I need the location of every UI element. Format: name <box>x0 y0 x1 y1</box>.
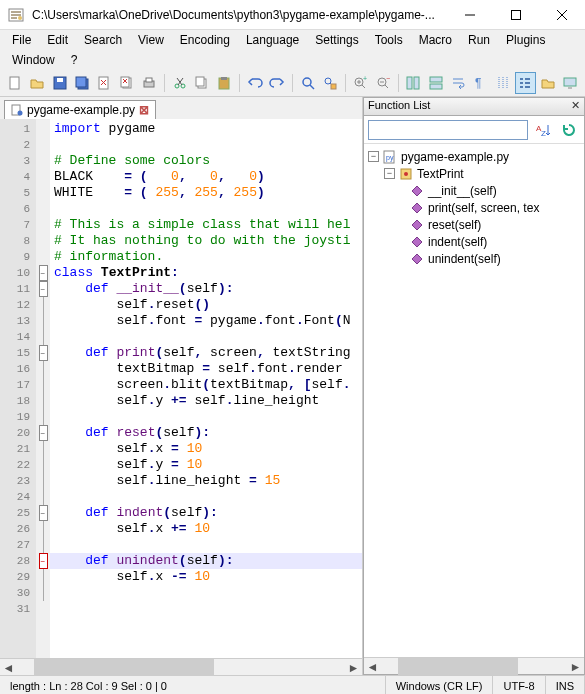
new-file-button[interactable] <box>4 72 25 94</box>
print-button[interactable] <box>139 72 160 94</box>
tab-close-icon[interactable]: ⊠ <box>139 103 149 117</box>
redo-button[interactable] <box>267 72 288 94</box>
menu-plugins[interactable]: Plugins <box>498 30 553 50</box>
save-all-button[interactable] <box>71 72 92 94</box>
menu-view[interactable]: View <box>130 30 172 50</box>
close-file-button[interactable] <box>94 72 115 94</box>
tree-file-row[interactable]: − py pygame-example.py <box>368 148 580 165</box>
menu-settings[interactable]: Settings <box>307 30 366 50</box>
menu-language[interactable]: Language <box>238 30 307 50</box>
fold-column[interactable]: −−−−−− <box>36 119 50 658</box>
save-button[interactable] <box>49 72 70 94</box>
sync-h-button[interactable] <box>425 72 446 94</box>
code-line[interactable]: def indent(self): <box>50 505 362 521</box>
tree-method-row[interactable]: indent(self) <box>368 233 580 250</box>
code-line[interactable] <box>50 137 362 153</box>
zoom-out-button[interactable]: − <box>372 72 393 94</box>
code-line[interactable]: import pygame <box>50 121 362 137</box>
open-file-button[interactable] <box>26 72 47 94</box>
code-line[interactable]: # It has nothing to do with the joysti <box>50 233 362 249</box>
hscroll-track[interactable] <box>17 659 345 675</box>
close-button[interactable] <box>539 0 585 30</box>
code-line[interactable]: self.font = pygame.font.Font(N <box>50 313 362 329</box>
code-line[interactable]: self.x += 10 <box>50 521 362 537</box>
menu-encoding[interactable]: Encoding <box>172 30 238 50</box>
tree-method-row[interactable]: __init__(self) <box>368 182 580 199</box>
undo-button[interactable] <box>244 72 265 94</box>
paste-button[interactable] <box>214 72 235 94</box>
code-line[interactable]: class TextPrint: <box>50 265 362 281</box>
scroll-left-button[interactable]: ◄ <box>364 658 381 675</box>
scroll-right-button[interactable]: ► <box>567 658 584 675</box>
monitor-button[interactable] <box>560 72 581 94</box>
file-tab[interactable]: pygame-example.py ⊠ <box>4 100 156 119</box>
hscroll-thumb[interactable] <box>34 659 214 676</box>
code-line[interactable] <box>50 489 362 505</box>
menu-tools[interactable]: Tools <box>367 30 411 50</box>
zoom-in-button[interactable]: + <box>350 72 371 94</box>
code-line[interactable]: WHITE = ( 255, 255, 255) <box>50 185 362 201</box>
code-line[interactable]: def print(self, screen, textString <box>50 345 362 361</box>
editor-hscroll[interactable]: ◄ ► <box>0 658 362 675</box>
tree-class-row[interactable]: − TextPrint <box>368 165 580 182</box>
funclist-close-icon[interactable]: ✕ <box>571 99 580 114</box>
menu-window[interactable]: Window <box>4 50 63 70</box>
hscroll-thumb[interactable] <box>398 658 518 675</box>
code-area[interactable]: import pygame# Define some colorsBLACK =… <box>50 119 362 658</box>
folder-button[interactable] <box>537 72 558 94</box>
tree-toggle-icon[interactable]: − <box>368 151 379 162</box>
code-line[interactable]: # Define some colors <box>50 153 362 169</box>
code-line[interactable]: screen.blit(textBitmap, [self. <box>50 377 362 393</box>
sort-button[interactable]: AZ <box>532 119 554 141</box>
hscroll-track[interactable] <box>381 658 567 674</box>
menu-file[interactable]: File <box>4 30 39 50</box>
close-all-button[interactable] <box>116 72 137 94</box>
code-line[interactable]: BLACK = ( 0, 0, 0) <box>50 169 362 185</box>
code-line[interactable] <box>50 201 362 217</box>
maximize-button[interactable] <box>493 0 539 30</box>
indent-guide-button[interactable] <box>492 72 513 94</box>
code-line[interactable]: def unindent(self): <box>50 553 362 569</box>
menu-run[interactable]: Run <box>460 30 498 50</box>
code-line[interactable] <box>50 601 362 617</box>
tree-method-row[interactable]: reset(self) <box>368 216 580 233</box>
code-line[interactable]: self.x -= 10 <box>50 569 362 585</box>
wrap-button[interactable] <box>447 72 468 94</box>
code-line[interactable] <box>50 537 362 553</box>
scroll-right-button[interactable]: ► <box>345 659 362 676</box>
minimize-button[interactable] <box>447 0 493 30</box>
code-line[interactable]: self.line_height = 15 <box>50 473 362 489</box>
code-line[interactable]: def reset(self): <box>50 425 362 441</box>
code-editor[interactable]: 1234567891011121314151617181920212223242… <box>0 119 362 658</box>
reload-button[interactable] <box>558 119 580 141</box>
code-line[interactable]: self.y += self.line_height <box>50 393 362 409</box>
funclist-hscroll[interactable]: ◄ ► <box>364 657 584 674</box>
find-button[interactable] <box>297 72 318 94</box>
tree-method-row[interactable]: unindent(self) <box>368 250 580 267</box>
code-line[interactable]: self.y = 10 <box>50 457 362 473</box>
copy-button[interactable] <box>191 72 212 94</box>
code-line[interactable] <box>50 329 362 345</box>
sync-v-button[interactable] <box>403 72 424 94</box>
function-tree[interactable]: − py pygame-example.py − TextPrint __ini… <box>364 144 584 657</box>
code-line[interactable]: self.reset() <box>50 297 362 313</box>
scroll-left-button[interactable]: ◄ <box>0 659 17 676</box>
menu-edit[interactable]: Edit <box>39 30 76 50</box>
code-line[interactable]: # This is a simple class that will hel <box>50 217 362 233</box>
funclist-search-input[interactable] <box>368 120 528 140</box>
menu-help[interactable]: ? <box>63 50 86 70</box>
tree-method-row[interactable]: print(self, screen, tex <box>368 199 580 216</box>
code-line[interactable]: self.x = 10 <box>50 441 362 457</box>
menu-search[interactable]: Search <box>76 30 130 50</box>
tree-toggle-icon[interactable]: − <box>384 168 395 179</box>
code-line[interactable]: textBitmap = self.font.render <box>50 361 362 377</box>
code-line[interactable] <box>50 585 362 601</box>
cut-button[interactable] <box>169 72 190 94</box>
code-line[interactable] <box>50 409 362 425</box>
replace-button[interactable] <box>319 72 340 94</box>
code-line[interactable]: def __init__(self): <box>50 281 362 297</box>
code-line[interactable]: # information. <box>50 249 362 265</box>
menu-macro[interactable]: Macro <box>411 30 460 50</box>
show-all-button[interactable]: ¶ <box>470 72 491 94</box>
function-list-button[interactable] <box>515 72 536 94</box>
